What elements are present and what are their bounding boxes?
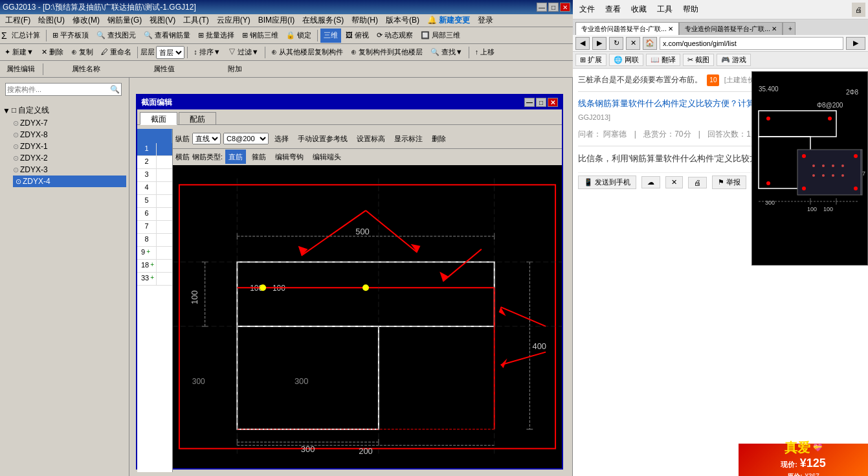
dialog-restore[interactable]: □ [536, 98, 546, 107]
btn-filter[interactable]: ▽ 过滤▼ [225, 45, 262, 60]
btn-set-elevation[interactable]: 设置标高 [353, 131, 388, 146]
browser-menu-view[interactable]: 查看 [601, 0, 625, 19]
browser-menu-file[interactable]: 文件 [575, 0, 599, 19]
menu-view[interactable]: 视图(V) [146, 14, 179, 27]
btn-find[interactable]: 🔍 查找▼ [427, 45, 466, 60]
tab-rebar[interactable]: 配筋 [179, 112, 216, 124]
btn-copy-to-floor[interactable]: ⊕ 复制构件到其他楼层 [348, 45, 426, 60]
tree-item-zdyx1[interactable]: ⊙ ZDYX-1 [13, 141, 126, 152]
menu-bim[interactable]: BIM应用(I) [254, 14, 299, 27]
btn-show-annotation[interactable]: 显示标注 [391, 131, 426, 146]
menu-help[interactable]: 帮助(H) [348, 14, 382, 27]
table-row-1[interactable]: 1 [137, 143, 172, 156]
btn-screenshot[interactable]: ✂ 截图 [683, 54, 714, 66]
btn-report[interactable]: ⚑ 举报 [712, 176, 746, 189]
menu-new-change[interactable]: 🔔 新建变更 [423, 14, 474, 27]
restore-button[interactable]: □ [548, 3, 559, 12]
url-bar[interactable] [660, 37, 843, 50]
btn-select[interactable]: 选择 [271, 131, 292, 146]
menu-engineering[interactable]: 工程(F) [1, 14, 34, 27]
btn-game[interactable]: 🎮 游戏 [717, 54, 751, 66]
btn-3d[interactable]: 三维 [320, 28, 341, 43]
table-row-5[interactable]: 5 [137, 195, 172, 208]
home-button[interactable]: 🏠 [643, 37, 657, 50]
table-row-6[interactable]: 6 [137, 208, 172, 221]
browser-tab-new[interactable]: + [783, 22, 796, 35]
promo-banner[interactable]: 真爱 💝 现价: ¥125 原价: ¥367 [739, 444, 868, 476]
btn-copy[interactable]: ⊕ 复制 [68, 45, 96, 60]
menu-version[interactable]: 版本号(B) [382, 14, 423, 27]
table-row-7[interactable]: 7 [137, 221, 172, 234]
table-row-4[interactable]: 4 [137, 182, 172, 195]
btn-stirrup[interactable]: 箍筋 [249, 150, 269, 164]
tree-item-zdyx4[interactable]: ⊙ ZDYX-4 [13, 176, 126, 187]
close-button[interactable]: ✕ [560, 3, 570, 12]
btn-move-up[interactable]: ↑ 上移 [472, 45, 498, 60]
table-row-33[interactable]: 33 + [137, 273, 172, 286]
menu-draw[interactable]: 绘图(U) [34, 14, 69, 27]
btn-rebar-3d[interactable]: ⊞ 钢筋三维 [239, 28, 282, 43]
table-row-8[interactable]: 8 [137, 234, 172, 247]
btn-align-top[interactable]: ⊞ 平齐板顶 [49, 28, 92, 43]
btn-dynamic-view[interactable]: ⟳ 动态观察 [373, 28, 416, 43]
btn-print-action[interactable]: 🖨 [688, 177, 707, 188]
btn-netlink[interactable]: 🌐 网联 [609, 54, 643, 66]
btn-set-ref-line[interactable]: 手动设置参考线 [295, 131, 351, 146]
browser-tab-1[interactable]: 专业造价问题答疑平台-广联... ✕ [575, 22, 679, 35]
tree-item-zdyx7[interactable]: ⊙ ZDYX-7 [13, 117, 126, 129]
btn-delete[interactable]: ✕ 删除 [38, 45, 67, 60]
forward-button[interactable]: ▶ [592, 37, 606, 50]
tree-item-zdyx3[interactable]: ⊙ ZDYX-3 [13, 164, 126, 176]
menu-online[interactable]: 在线服务(S) [298, 14, 348, 27]
menu-modify[interactable]: 修改(M) [69, 14, 104, 27]
tree-item-zdyx2[interactable]: ⊙ ZDYX-2 [13, 152, 126, 164]
btn-calculate[interactable]: 汇总计算 [8, 28, 43, 43]
btn-find-element[interactable]: 🔍 查找图元 [93, 28, 139, 43]
search-icon[interactable]: 🔍 [110, 85, 120, 94]
btn-batch-select[interactable]: ⊞ 批量选择 [195, 28, 238, 43]
minimize-button[interactable]: — [537, 3, 547, 12]
refresh-button[interactable]: ↻ [609, 37, 623, 50]
tab-section[interactable]: 截面 [140, 112, 177, 125]
menu-login[interactable]: 登录 [474, 14, 497, 27]
btn-copy-from-floor[interactable]: ⊕ 从其他楼层复制构件 [268, 45, 346, 60]
btn-close-action[interactable]: ✕ [665, 176, 683, 188]
dialog-minimize[interactable]: — [524, 98, 535, 107]
browser-tab-2[interactable]: 专业造价问题答疑平台-广联... ✕ [679, 22, 783, 35]
search-input[interactable] [5, 83, 122, 96]
menu-rebar-qty[interactable]: 钢筋量(G) [104, 14, 146, 27]
btn-send-phone[interactable]: 📱 发送到手机 [578, 176, 636, 189]
dialog-close[interactable]: ✕ [548, 98, 558, 107]
tree-root-custom-line[interactable]: ▼ □ 自定义线 [3, 104, 126, 117]
btn-top-view[interactable]: 🖼 俯视 [342, 28, 372, 43]
table-row-3[interactable]: 3 [137, 169, 172, 182]
floor-select[interactable]: 首层 [156, 46, 184, 59]
btn-new[interactable]: ✦ 新建▼ [1, 45, 37, 60]
table-row-2[interactable]: 2 [137, 156, 172, 169]
back-button[interactable]: ◀ [575, 37, 590, 50]
browser-menu-help[interactable]: 帮助 [679, 0, 702, 19]
btn-translate[interactable]: 📖 翻译 [646, 54, 680, 66]
btn-edit-hook[interactable]: 编辑弯钩 [272, 150, 307, 164]
table-row-18[interactable]: 18 + [137, 260, 172, 273]
btn-edit-end[interactable]: 编辑端头 [309, 150, 344, 164]
rebar-spec-select[interactable]: C8@200 [223, 133, 269, 144]
go-button[interactable]: ▶ [846, 37, 865, 50]
btn-cloud-save[interactable]: ☁ [641, 176, 660, 188]
btn-lock[interactable]: 🔒 锁定 [283, 28, 315, 43]
rebar-line-type-select[interactable]: 直线 [192, 133, 221, 144]
btn-rename[interactable]: 🖊 重命名 [98, 45, 135, 60]
stop-button[interactable]: ✕ [626, 37, 640, 50]
btn-straight-rebar[interactable]: 直筋 [225, 150, 246, 164]
btn-local-3d[interactable]: 🔲 局部三维 [417, 28, 463, 43]
browser-menu-tools[interactable]: 工具 [653, 0, 676, 19]
btn-view-rebar[interactable]: 🔍 查看钢筋量 [140, 28, 194, 43]
tree-item-zdyx8[interactable]: ⊙ ZDYX-8 [13, 129, 126, 141]
browser-print-btn[interactable]: 🖨 [852, 3, 865, 17]
menu-tools[interactable]: 工具(T) [179, 14, 212, 27]
menu-cloud[interactable]: 云应用(Y) [213, 14, 254, 27]
browser-menu-favorites[interactable]: 收藏 [627, 0, 651, 19]
btn-expand[interactable]: ⊞ 扩展 [575, 54, 606, 66]
btn-delete-rebar[interactable]: 删除 [428, 131, 449, 146]
btn-sort[interactable]: ↕ 排序▼ [190, 45, 223, 60]
